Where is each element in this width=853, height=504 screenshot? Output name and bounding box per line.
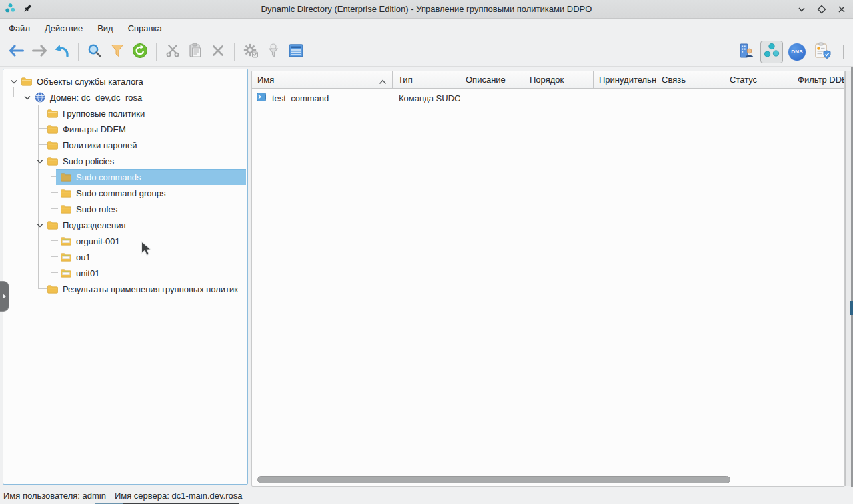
- toolbar: DNS: [0, 37, 853, 67]
- app-icon: [5, 3, 16, 16]
- list-view-icon: [289, 44, 303, 59]
- expander-chevron-icon[interactable]: [33, 217, 47, 233]
- column-header-order[interactable]: Порядок: [524, 71, 594, 88]
- toolbar-separator: [234, 43, 235, 61]
- toolbar-separator: [156, 43, 157, 61]
- tree-item-label: Sudo commands: [76, 172, 141, 182]
- menu-help[interactable]: Справка: [121, 21, 169, 36]
- maximize-button[interactable]: [816, 3, 828, 15]
- tree-item-unit01[interactable]: unit01: [3, 265, 247, 281]
- tree-item-directory-objects[interactable]: Объекты службы каталога: [3, 73, 247, 89]
- column-header-description[interactable]: Описание: [460, 71, 524, 88]
- tree-item-group-policies[interactable]: Групповые политики: [3, 105, 247, 121]
- tree-item-label: Политики паролей: [63, 140, 137, 150]
- tree-item-org-units[interactable]: Подразделения: [3, 217, 247, 233]
- search-button[interactable]: [83, 41, 106, 63]
- undo-icon: [54, 43, 70, 60]
- tree-item-policy-results[interactable]: Результаты применения групповых политик: [3, 281, 247, 297]
- tree-item-ou1[interactable]: ou1: [3, 249, 247, 265]
- column-header-status[interactable]: Статус: [724, 71, 792, 88]
- folder-icon: [60, 205, 71, 214]
- folder-icon: [60, 173, 71, 182]
- policy-check-icon: [814, 42, 831, 61]
- refresh-icon: [132, 43, 148, 61]
- row-type-cell: Команда SUDO: [393, 93, 460, 103]
- filter-button[interactable]: [106, 41, 129, 63]
- column-header-label: Имя: [257, 75, 274, 85]
- tree-item-sudo-command-groups[interactable]: Sudo command groups: [3, 185, 247, 201]
- expander-chevron-icon[interactable]: [33, 153, 47, 169]
- tree-item-domain[interactable]: Домен: dc=dev,dc=rosa: [3, 89, 247, 105]
- toolbar-grip-handle[interactable]: [843, 45, 846, 59]
- sidebar-drawer-handle[interactable]: [0, 281, 9, 312]
- refresh-button[interactable]: [129, 41, 151, 63]
- column-header-label: Принудительно: [599, 75, 656, 85]
- globe-icon: [34, 92, 45, 103]
- column-header-link[interactable]: Связь: [656, 71, 724, 88]
- clipboard-paste-icon: [188, 43, 203, 61]
- filter-funnel-icon: [110, 43, 125, 60]
- column-header-label: Статус: [730, 75, 757, 85]
- tree-item-ddem-filters[interactable]: Фильтры DDEM: [3, 121, 247, 137]
- horizontal-scrollbar-thumb[interactable]: [257, 476, 730, 483]
- row-name-cell: test_command: [272, 93, 329, 103]
- dns-view-button[interactable]: DNS: [786, 41, 808, 63]
- list-view-button[interactable]: [285, 41, 307, 63]
- tree-item-orgunit-001[interactable]: orgunit-001: [3, 233, 247, 249]
- tree-item-label: ou1: [76, 252, 91, 262]
- vertical-scrollbar-track[interactable]: [845, 71, 851, 486]
- close-button[interactable]: [836, 3, 848, 15]
- building-user-icon: [738, 43, 754, 61]
- titlebar[interactable]: Dynamic Directory (Enterprise Edition) -…: [0, 0, 853, 19]
- undo-button[interactable]: [51, 41, 73, 63]
- gear-icon: [243, 43, 259, 61]
- column-header-ddem-filter[interactable]: Фильтр DDEM: [792, 71, 844, 88]
- directory-tree-panel: Объекты службы каталога Домен: dc=dev,dc…: [3, 69, 248, 485]
- tree-item-sudo-policies[interactable]: Sudo policies: [3, 153, 247, 169]
- status-servername: Имя сервера: dc1-main.dev.rosa: [115, 491, 243, 501]
- status-username: Имя пользователя: admin: [3, 491, 106, 501]
- toolbar-separator: [78, 43, 79, 61]
- folder-icon: [47, 221, 58, 230]
- policy-results-button[interactable]: [811, 41, 834, 63]
- column-header-label: Фильтр DDEM: [798, 75, 844, 85]
- filter-light-button[interactable]: [262, 41, 285, 63]
- column-header-label: Тип: [398, 75, 413, 85]
- search-icon: [87, 43, 102, 60]
- menubar: Файл Действие Вид Справка: [0, 19, 853, 37]
- forward-button[interactable]: [28, 41, 51, 63]
- column-header-type[interactable]: Тип: [393, 71, 460, 88]
- expander-chevron-icon[interactable]: [21, 89, 34, 105]
- app-window: Dynamic Directory (Enterprise Edition) -…: [0, 0, 853, 504]
- delete-x-icon: [211, 44, 225, 59]
- column-header-enforced[interactable]: Принудительно: [594, 71, 656, 88]
- tree-item-label: Фильтры DDEM: [63, 125, 126, 134]
- tree-item-password-policies[interactable]: Политики паролей: [3, 137, 247, 153]
- table-row[interactable]: test_command Команда SUDO: [252, 91, 844, 105]
- object-list-panel: Имя Тип Описание Порядок Принудительно С…: [251, 71, 845, 487]
- delete-button[interactable]: [207, 41, 229, 63]
- tree-item-label: Sudo command groups: [76, 188, 165, 198]
- tree-item-sudo-commands[interactable]: Sudo commands: [3, 169, 247, 185]
- tree-item-label: Sudo rules: [76, 204, 117, 214]
- gpo-view-button[interactable]: [760, 41, 783, 63]
- minimize-button[interactable]: [796, 3, 808, 15]
- menu-action[interactable]: Действие: [37, 21, 90, 36]
- menu-file[interactable]: Файл: [1, 21, 37, 36]
- right-edge-handle[interactable]: [850, 301, 853, 315]
- expander-chevron-icon[interactable]: [7, 73, 21, 89]
- column-header-label: Связь: [662, 75, 686, 85]
- column-header-name[interactable]: Имя: [252, 71, 393, 88]
- back-button[interactable]: [5, 41, 28, 63]
- tree-item-label: Объекты службы каталога: [37, 77, 143, 87]
- folder-icon: [21, 77, 32, 86]
- users-view-button[interactable]: [735, 41, 758, 63]
- scissors-icon: [165, 43, 180, 60]
- menu-view[interactable]: Вид: [90, 21, 121, 36]
- paste-button[interactable]: [184, 41, 207, 63]
- tree-item-label: Домен: dc=dev,dc=rosa: [50, 93, 142, 103]
- settings-button[interactable]: [239, 41, 262, 63]
- tree-item-sudo-rules[interactable]: Sudo rules: [3, 201, 247, 217]
- cut-button[interactable]: [161, 41, 184, 63]
- pin-icon[interactable]: [23, 3, 33, 15]
